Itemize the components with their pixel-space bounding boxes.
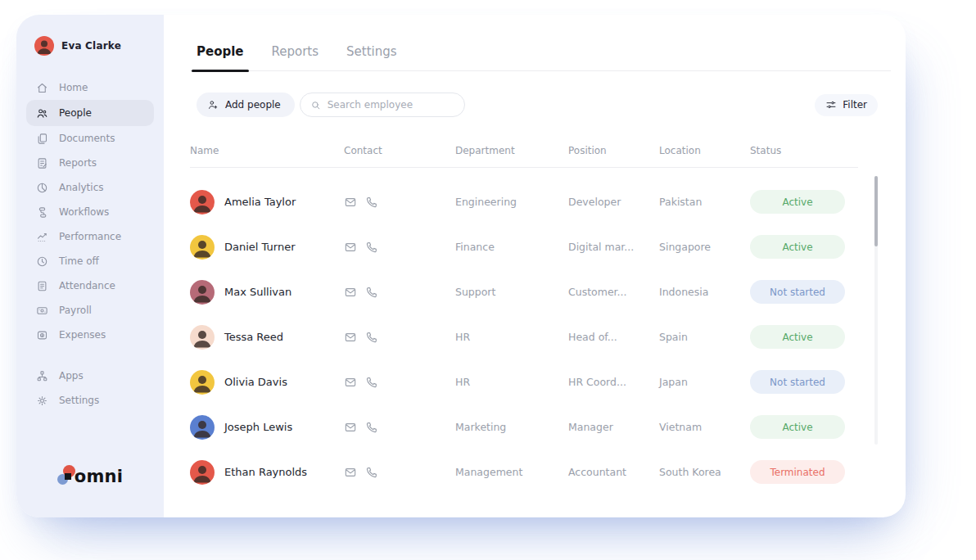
location-cell: Spain — [659, 331, 750, 343]
sidebar-item-people[interactable]: People — [26, 100, 154, 126]
status-badge: Active — [750, 190, 845, 214]
location-cell: Japan — [659, 376, 750, 388]
table-row[interactable]: Tessa ReedHRHead of...SpainActive — [190, 314, 858, 359]
table-row[interactable]: Max SullivanSupportCustomer...IndonesiaN… — [190, 269, 858, 314]
tab-reports[interactable]: Reports — [272, 44, 319, 70]
sidebar-nav-footer: AppsSettings — [26, 364, 154, 413]
column-header-location: Location — [659, 145, 750, 167]
table-row[interactable]: Joseph LewisMarketingManagerVietnamActiv… — [190, 404, 858, 449]
contact-cell — [344, 376, 455, 389]
phone-icon[interactable] — [365, 286, 378, 299]
tab-settings[interactable]: Settings — [346, 44, 397, 70]
location-cell: South Korea — [659, 466, 750, 478]
app-window: Eva Clarke HomePeopleDocumentsReportsAna… — [16, 15, 906, 517]
phone-icon[interactable] — [365, 376, 378, 389]
mail-icon[interactable] — [344, 466, 357, 479]
tab-people[interactable]: People — [197, 44, 244, 70]
logo-black-square — [65, 473, 71, 480]
employee-avatar — [190, 325, 215, 350]
mail-icon[interactable] — [344, 331, 357, 344]
home-icon — [36, 82, 48, 94]
department-cell: HR — [455, 376, 568, 388]
status-badge: Not started — [750, 280, 845, 304]
scrollbar-thumb[interactable] — [874, 176, 878, 246]
search-input[interactable] — [328, 99, 454, 111]
phone-icon[interactable] — [365, 421, 378, 434]
phone-icon[interactable] — [365, 241, 378, 254]
sidebar-item-workflows[interactable]: Workflows — [26, 200, 154, 224]
column-header-department: Department — [455, 145, 568, 167]
employee-name-cell: Olivia Davis — [190, 370, 344, 395]
sidebar-item-attendance[interactable]: Attendance — [26, 273, 154, 298]
apps-icon — [36, 370, 48, 382]
sidebar-item-home[interactable]: Home — [26, 75, 154, 100]
sidebar-item-label: Attendance — [59, 280, 115, 291]
contact-cell — [344, 241, 455, 254]
toolbar: Add people Filter — [190, 93, 891, 117]
mail-icon[interactable] — [344, 241, 357, 254]
contact-cell — [344, 466, 455, 479]
phone-icon[interactable] — [365, 196, 378, 209]
mail-icon[interactable] — [344, 286, 357, 299]
mail-icon[interactable] — [344, 421, 357, 434]
filter-button[interactable]: Filter — [815, 94, 878, 116]
user-avatar — [34, 36, 54, 56]
omni-logo: omni — [57, 465, 124, 486]
table-header: NameContactDepartmentPositionLocationSta… — [190, 145, 858, 168]
add-people-button[interactable]: Add people — [197, 93, 295, 117]
location-cell: Pakistan — [659, 196, 750, 208]
contact-cell — [344, 421, 455, 434]
department-cell: Engineering — [455, 196, 568, 208]
table-row[interactable]: Olivia DavisHRHR Coord...JapanNot starte… — [190, 359, 858, 404]
add-person-icon — [207, 99, 219, 111]
people-icon — [36, 107, 48, 120]
payroll-icon — [36, 305, 48, 317]
employee-name: Tessa Reed — [224, 331, 283, 343]
sidebar-item-analytics[interactable]: Analytics — [26, 175, 154, 200]
attendance-icon — [36, 280, 48, 292]
logo-text: omni — [75, 467, 124, 486]
employee-name: Daniel Turner — [224, 241, 295, 253]
tab-bar: PeopleReportsSettings — [190, 44, 891, 71]
position-cell: Manager — [568, 421, 659, 433]
table-row[interactable]: Amelia TaylorEngineeringDeveloperPakista… — [190, 179, 858, 224]
mail-icon[interactable] — [344, 196, 357, 209]
sidebar-item-payroll[interactable]: Payroll — [26, 298, 154, 323]
employee-name-cell: Ethan Raynolds — [190, 460, 344, 485]
sidebar-item-label: Analytics — [59, 182, 104, 193]
sidebar-item-apps[interactable]: Apps — [26, 364, 154, 388]
position-cell: Accountant — [568, 466, 659, 478]
sidebar-item-reports[interactable]: Reports — [26, 151, 154, 175]
employee-avatar — [190, 370, 215, 395]
phone-icon[interactable] — [365, 466, 378, 479]
sidebar-item-time-off[interactable]: Time off — [26, 249, 154, 273]
sidebar-item-documents[interactable]: Documents — [26, 126, 154, 151]
reports-icon — [36, 157, 48, 169]
employee-name: Joseph Lewis — [224, 421, 292, 433]
table-row[interactable]: Daniel TurnerFinanceDigital mar...Singap… — [190, 224, 858, 269]
column-header-contact: Contact — [344, 145, 455, 167]
column-header-position: Position — [568, 145, 659, 167]
user-profile[interactable]: Eva Clarke — [34, 36, 154, 56]
scrollbar-track[interactable] — [874, 176, 878, 445]
employee-avatar — [190, 280, 215, 305]
employee-avatar — [190, 235, 215, 260]
employee-avatar — [190, 190, 215, 215]
employee-name-cell: Daniel Turner — [190, 235, 344, 260]
sidebar-item-label: Payroll — [59, 305, 92, 316]
status-badge: Active — [750, 325, 845, 349]
department-cell: Finance — [455, 241, 568, 253]
employee-name: Olivia Davis — [224, 376, 287, 388]
position-cell: Head of... — [568, 331, 659, 343]
position-cell: HR Coord... — [568, 376, 659, 388]
phone-icon[interactable] — [365, 331, 378, 344]
sidebar-item-performance[interactable]: Performance — [26, 224, 154, 249]
filter-icon — [825, 99, 837, 111]
location-cell: Vietnam — [659, 421, 750, 433]
sidebar-item-settings[interactable]: Settings — [26, 388, 154, 413]
mail-icon[interactable] — [344, 376, 357, 389]
sidebar-item-expenses[interactable]: Expenses — [26, 323, 154, 347]
location-cell: Indonesia — [659, 286, 750, 298]
employee-name: Max Sullivan — [224, 286, 291, 298]
table-row[interactable]: Ethan RaynoldsManagementAccountantSouth … — [190, 449, 858, 495]
